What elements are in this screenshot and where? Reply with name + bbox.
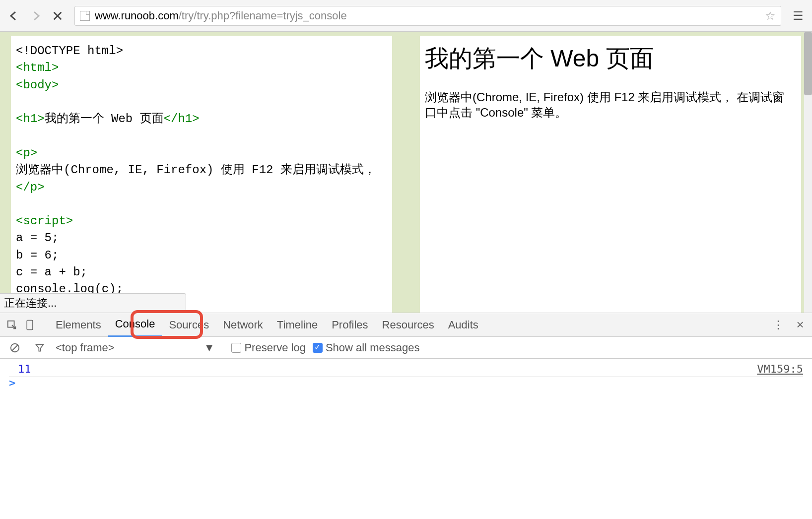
page-icon [80,11,90,21]
show-all-messages-checkbox[interactable]: Show all messages [313,341,420,354]
tab-profiles[interactable]: Profiles [325,314,375,336]
console-output: 11 VM159:5 > [0,359,812,392]
execution-context-selector[interactable]: <top frame> ▼ [56,341,214,354]
tab-resources[interactable]: Resources [375,314,441,336]
tab-console[interactable]: Console [108,313,162,337]
address-bar[interactable]: www.runoob.com/try/try.php?filename=tryj… [74,6,781,26]
clear-console-icon[interactable] [6,339,24,357]
console-toolbar: <top frame> ▼ Preserve log Show all mess… [0,337,812,359]
svg-rect-1 [27,320,33,329]
stop-button[interactable] [49,7,67,25]
bookmark-star-icon[interactable]: ☆ [765,9,776,23]
console-prompt[interactable]: > [9,377,803,389]
tab-timeline[interactable]: Timeline [270,314,325,336]
scrollbar[interactable] [804,32,812,313]
preview-heading: 我的第一个 Web 页面 [425,43,796,74]
tab-sources[interactable]: Sources [162,314,216,336]
code-editor[interactable]: <!DOCTYPE html> <html> <body> <h1>我的第一个 … [11,36,392,313]
preserve-log-checkbox[interactable]: Preserve log [231,341,306,354]
console-log-row: 11 VM159:5 [9,362,803,377]
console-log-value: 11 [18,363,31,375]
browser-toolbar: www.runoob.com/try/try.php?filename=tryj… [0,0,812,32]
page-content: <!DOCTYPE html> <html> <body> <h1>我的第一个 … [0,32,812,313]
inspect-element-icon[interactable] [3,316,21,334]
tab-elements[interactable]: Elements [49,314,108,336]
chevron-down-icon: ▼ [204,341,215,354]
devtools-tabs: Elements Console Sources Network Timelin… [0,313,812,337]
filter-icon[interactable] [31,339,49,357]
devtools-more-icon[interactable]: ⋮ [769,316,787,334]
status-bar: 正在连接... [0,293,186,313]
device-mode-icon[interactable] [21,316,39,334]
tab-audits[interactable]: Audits [441,314,485,336]
tab-network[interactable]: Network [216,314,270,336]
forward-button[interactable] [27,7,45,25]
preview-paragraph: 浏览器中(Chrome, IE, Firefox) 使用 F12 来启用调试模式… [425,89,796,120]
preview-pane: 我的第一个 Web 页面 浏览器中(Chrome, IE, Firefox) 使… [420,36,801,313]
devtools-close-icon[interactable]: × [791,316,809,334]
hamburger-menu-button[interactable]: ☰ [789,7,807,25]
back-button[interactable] [5,7,23,25]
console-source-link[interactable]: VM159:5 [757,363,803,375]
url-text: www.runoob.com/try/try.php?filename=tryj… [95,9,347,22]
scrollbar-thumb[interactable] [804,32,812,95]
devtools-panel: Elements Console Sources Network Timelin… [0,313,812,392]
